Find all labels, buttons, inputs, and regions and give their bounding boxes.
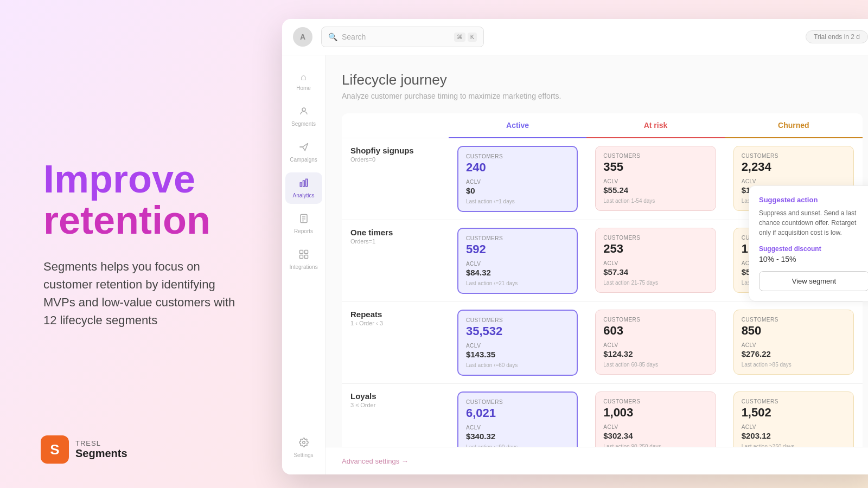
cell-active-1[interactable]: Customers 592 ACLV $84.32 Last action ‹=… (449, 220, 586, 302)
sidebar: ⌂ Home Segments Campaigns Analytics (282, 55, 326, 474)
trial-badge: Trial ends in 2 d (806, 30, 868, 43)
cell-active-0[interactable]: Customers 240 ACLV $0 Last action ‹=1 da… (449, 138, 586, 220)
top-bar: A 🔍 Search ⌘ K Trial ends in 2 d (282, 19, 868, 55)
logo-segments: Segments (75, 447, 127, 460)
cell-active-3[interactable]: Customers 6,021 ACLV $340.32 Last action… (449, 384, 586, 447)
shortcut-k: K (468, 33, 477, 42)
svg-rect-2 (303, 181, 304, 187)
sidebar-label-integrations: Integrations (289, 264, 317, 270)
page-title: Lifecycle journey (342, 72, 863, 88)
svg-rect-8 (299, 251, 303, 254)
sidebar-item-campaigns[interactable]: Campaigns (285, 137, 322, 168)
sidebar-item-integrations[interactable]: Integrations (285, 244, 322, 275)
page-subtitle: Analyze customer purchase timing to maxi… (342, 92, 863, 100)
hero-line1: Improve (43, 157, 195, 201)
row-label-0: Shopfiy signupsOrders=0 (342, 138, 449, 220)
th-active: Active (449, 113, 586, 138)
left-panel: Improve retention Segments helps you foc… (0, 0, 277, 488)
cell-active-2[interactable]: Customers 35,532 ACLV $143.35 Last actio… (449, 302, 586, 384)
svg-rect-1 (300, 183, 302, 187)
row-label-3: Loyals3 ≤ Order (342, 384, 449, 447)
advanced-settings: Advanced settings → (326, 447, 868, 474)
suggested-text: Suppress and sunset. Send a last chance … (759, 208, 868, 237)
cell-churned-2[interactable]: Customers 850 ACLV $276.22 Last action >… (725, 302, 863, 384)
sidebar-item-settings[interactable]: Settings (285, 432, 322, 464)
main-layout: ⌂ Home Segments Campaigns Analytics (282, 55, 868, 474)
th-empty (342, 113, 449, 138)
logo-text: TRESL Segments (75, 439, 127, 460)
search-input-placeholder: Search (342, 33, 450, 41)
sidebar-label-segments: Segments (291, 121, 316, 127)
sidebar-label-campaigns: Campaigns (290, 157, 317, 163)
sidebar-label-reports: Reports (294, 228, 313, 234)
th-churned: Churned (725, 113, 863, 138)
sidebar-item-analytics[interactable]: Analytics (285, 172, 322, 204)
segments-icon (299, 106, 309, 119)
cell-churned-3[interactable]: Customers 1,502 ACLV $203.12 Last action… (725, 384, 863, 447)
sidebar-item-reports[interactable]: Reports (285, 208, 322, 240)
advanced-settings-link[interactable]: Advanced settings → (342, 457, 409, 465)
row-label-2: Repeats1 ‹ Order ‹ 3 (342, 302, 449, 384)
campaigns-icon (299, 142, 309, 155)
svg-rect-11 (304, 255, 308, 259)
logo-area: S TRESL Segments (41, 435, 127, 464)
hero-line2: retention (43, 198, 210, 242)
suggested-discount-value: 10% - 15% (759, 255, 868, 264)
svg-rect-9 (304, 251, 308, 254)
hero-subtitle: Segments helps you focus on customer ret… (43, 258, 244, 329)
search-icon: 🔍 (328, 33, 337, 41)
svg-rect-3 (305, 179, 307, 187)
cell-at-risk-1[interactable]: Customers 253 ACLV $57.34 Last action 21… (586, 220, 724, 302)
logo-icon: S (41, 435, 69, 464)
th-at-risk: At risk (586, 113, 724, 138)
suggested-title: Suggested action (759, 196, 868, 204)
sidebar-item-segments[interactable]: Segments (285, 101, 322, 132)
cell-at-risk-3[interactable]: Customers 1,003 ACLV $302.34 Last action… (586, 384, 724, 447)
search-bar[interactable]: 🔍 Search ⌘ K (321, 27, 484, 47)
view-segment-button[interactable]: View segment (759, 271, 868, 291)
integrations-icon (299, 249, 309, 262)
sidebar-label-home: Home (296, 85, 311, 91)
suggested-discount-label: Suggested discount (759, 245, 868, 253)
sidebar-label-analytics: Analytics (292, 192, 314, 198)
cell-at-risk-0[interactable]: Customers 355 ACLV $55.24 Last action 1-… (586, 138, 724, 220)
row-label-1: One timersOrders=1 (342, 220, 449, 302)
avatar: A (293, 27, 312, 47)
shortcut-cmd: ⌘ (454, 33, 465, 42)
search-shortcut: ⌘ K (454, 33, 477, 42)
svg-rect-10 (299, 255, 303, 259)
hero-title: Improve retention (43, 159, 244, 241)
svg-point-12 (302, 441, 305, 444)
home-icon: ⌂ (301, 72, 307, 83)
sidebar-item-home[interactable]: ⌂ Home (285, 66, 322, 97)
settings-icon (299, 438, 309, 450)
suggested-panel: Suggested action Suppress and sunset. Se… (749, 185, 868, 301)
app-window: A 🔍 Search ⌘ K Trial ends in 2 d ⌂ Home … (282, 19, 868, 474)
svg-point-0 (302, 108, 305, 111)
reports-icon (299, 214, 309, 226)
analytics-icon (299, 178, 309, 190)
sidebar-label-settings: Settings (293, 452, 313, 458)
logo-tresl: TRESL (75, 439, 127, 447)
cell-at-risk-2[interactable]: Customers 603 ACLV $124.32 Last action 6… (586, 302, 724, 384)
